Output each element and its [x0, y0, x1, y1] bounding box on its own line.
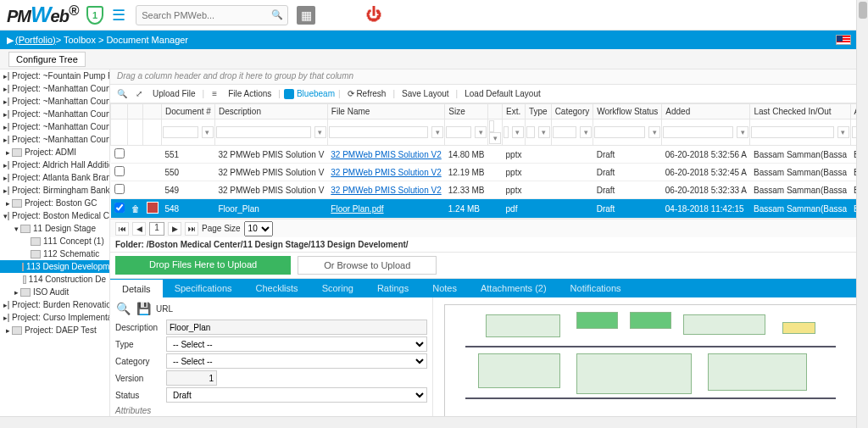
zoom-icon[interactable]: 🔍	[115, 87, 129, 101]
filter-input[interactable]	[526, 126, 535, 138]
table-row[interactable]: 55132 PMWeb PMIS Solution V32 PMWeb PMIS…	[111, 146, 869, 164]
power-icon[interactable]: ⏻	[366, 6, 381, 24]
tab-scoring[interactable]: Scoring	[310, 279, 365, 297]
load-layout-button[interactable]: Load Default Layout	[461, 89, 544, 98]
filter-input[interactable]	[553, 126, 577, 138]
detail-save-icon[interactable]: 💾	[136, 301, 151, 316]
tab-notes[interactable]: Notes	[420, 279, 469, 297]
page-size-select[interactable]: 10	[244, 221, 273, 236]
tree-item[interactable]: ▸ Project: DAEP Test	[0, 324, 109, 336]
filter-icon[interactable]: ▾	[314, 126, 326, 138]
column-header[interactable]	[488, 104, 503, 120]
detail-version[interactable]	[166, 370, 217, 386]
table-row[interactable]: 55032 PMWeb PMIS Solution V32 PMWeb PMIS…	[111, 164, 869, 181]
pager-last[interactable]: ⏭	[185, 222, 198, 236]
tab-specifications[interactable]: Specifications	[163, 279, 244, 297]
detail-type[interactable]: -- Select --	[166, 336, 427, 352]
list-icon[interactable]: ≡	[208, 87, 221, 101]
filter-input[interactable]	[504, 126, 509, 138]
filter-input[interactable]	[446, 126, 471, 138]
calendar-icon[interactable]: ▦	[297, 6, 315, 25]
breadcrumb-portfolio[interactable]: (Portfolio)	[15, 35, 56, 45]
tree-item[interactable]: ▸ Project: ADMI	[0, 146, 109, 158]
bluebeam-button[interactable]: Bluebeam	[284, 89, 335, 99]
column-header[interactable]	[143, 104, 162, 120]
tab-attachments-[interactable]: Attachments (2)	[469, 279, 559, 297]
column-header[interactable]: Type	[525, 104, 551, 120]
tree-item[interactable]: ▸ ISO Audit	[0, 286, 109, 298]
group-by-hint[interactable]: Drag a column header and drop it here to…	[110, 69, 868, 85]
file-link[interactable]: Floor Plan.pdf	[331, 204, 383, 214]
configure-tree-button[interactable]: Configure Tree	[8, 52, 86, 67]
row-checkbox[interactable]	[114, 166, 125, 176]
column-header[interactable]: Document #	[162, 104, 215, 120]
filter-icon[interactable]: ▾	[837, 126, 849, 138]
row-checkbox[interactable]	[114, 148, 125, 158]
drop-files-button[interactable]: Drop Files Here to Upload	[115, 256, 291, 275]
project-tree[interactable]: ▸ Project: ~Fountain Pump Re▸ Project: ~…	[0, 69, 110, 428]
column-header[interactable]: File Name	[327, 104, 444, 120]
page-h-scrollbar[interactable]	[0, 416, 856, 428]
tab-ratings[interactable]: Ratings	[365, 279, 420, 297]
tree-item[interactable]: ▾ 11 Design Stage	[0, 222, 109, 235]
table-row[interactable]: 🗑548Floor_PlanFloor Plan.pdf1.24 MBpdfDr…	[111, 199, 869, 219]
tree-item[interactable]: ▾ Project: Boston Medical Cer	[0, 209, 109, 222]
tab-details[interactable]: Details	[110, 279, 163, 297]
filter-icon[interactable]: ▾	[512, 126, 524, 138]
filter-icon[interactable]: ▾	[648, 126, 660, 138]
tree-item[interactable]: ▸ Project: ~Manhattan Courth	[0, 82, 109, 95]
column-header[interactable]: Last Checked In/Out	[750, 104, 850, 120]
detail-category[interactable]: -- Select --	[166, 353, 427, 369]
page-v-scrollbar[interactable]	[856, 0, 868, 428]
detail-zoom-icon[interactable]: 🔍	[115, 301, 131, 316]
row-checkbox[interactable]	[114, 203, 125, 213]
tree-item[interactable]: ▸ Project: Burden Renovation	[0, 298, 109, 311]
filter-icon[interactable]: ▾	[475, 126, 487, 138]
tab-checklists[interactable]: Checklists	[244, 279, 310, 297]
filter-input[interactable]	[489, 120, 494, 132]
upload-file-button[interactable]: Upload File	[149, 89, 199, 98]
search-input[interactable]	[136, 10, 267, 20]
tree-item[interactable]: ▸ Project: ~Fountain Pump Re	[0, 69, 109, 82]
flag-icon[interactable]	[836, 35, 851, 45]
tree-item[interactable]: ▸ Project: ~Manhattan Courth	[0, 95, 109, 108]
filter-icon[interactable]: ▾	[737, 126, 748, 138]
tree-item[interactable]: ▸ Project: Boston GC	[0, 197, 109, 209]
column-header[interactable]: Size	[445, 104, 488, 120]
filter-input[interactable]	[594, 126, 645, 138]
filter-icon[interactable]: ▾	[580, 126, 592, 138]
file-actions-button[interactable]: File Actions	[225, 89, 275, 98]
filter-input[interactable]	[663, 126, 733, 138]
save-layout-button[interactable]: Save Layout	[398, 89, 453, 98]
filter-icon[interactable]: ▾	[489, 132, 501, 144]
shield-icon[interactable]: 1	[86, 6, 103, 25]
filter-icon[interactable]: ▾	[431, 126, 443, 138]
tree-item[interactable]: 114 Construction De	[0, 273, 109, 286]
column-header[interactable]: Added	[662, 104, 750, 120]
filter-input[interactable]	[329, 126, 428, 138]
search-icon[interactable]: 🔍	[267, 9, 287, 20]
column-header[interactable]: Description	[214, 104, 327, 120]
column-header[interactable]	[111, 104, 128, 120]
pager-next[interactable]: ▶	[168, 222, 181, 236]
pager-prev[interactable]: ◀	[132, 222, 146, 236]
detail-status[interactable]: Draft	[166, 387, 427, 403]
tree-item[interactable]: ▸ Project: Aldrich Hall Additic	[0, 158, 109, 171]
file-link[interactable]: 32 PMWeb PMIS Solution V2	[331, 150, 441, 159]
filter-input[interactable]	[163, 126, 198, 138]
column-header[interactable]: Category	[551, 104, 593, 120]
column-header[interactable]: Ext.	[503, 104, 526, 120]
tree-item[interactable]: ▸ Project: ~Manhattan Courth	[0, 108, 109, 120]
tab-notifications[interactable]: Notifications	[559, 279, 633, 297]
file-link[interactable]: 32 PMWeb PMIS Solution V2	[331, 186, 441, 195]
refresh-button[interactable]: ⟳ Refresh	[344, 89, 390, 98]
row-checkbox[interactable]	[114, 184, 125, 194]
filter-icon[interactable]: ▾	[202, 126, 214, 138]
column-header[interactable]: Workflow Status	[593, 104, 662, 120]
tree-item[interactable]: ▸ Project: Curso Implementac	[0, 311, 109, 324]
filter-icon[interactable]: ▾	[538, 126, 550, 138]
tree-item[interactable]: ▸ Project: Birmingham Bank	[0, 184, 109, 197]
row-flag-icon[interactable]: 🗑	[131, 204, 140, 214]
menu-icon[interactable]: ☰	[112, 6, 125, 25]
tree-item[interactable]: 112 Schematic	[0, 247, 109, 260]
